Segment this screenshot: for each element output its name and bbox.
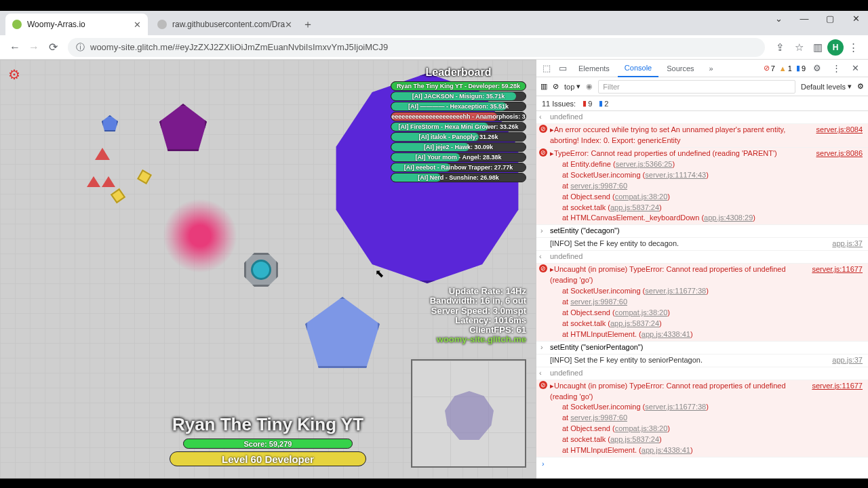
- leaderboard: Leaderboard Ryan The Tiny King YT - Deve…: [391, 66, 526, 183]
- sidebar-toggle-icon[interactable]: ▥: [540, 82, 547, 91]
- bookmark-icon[interactable]: ☆: [789, 38, 808, 57]
- inspect-icon[interactable]: ⬚: [539, 61, 554, 76]
- profile-avatar[interactable]: H: [827, 39, 844, 56]
- issues-label: 11 Issues:: [542, 100, 576, 108]
- favicon-icon: [157, 20, 167, 29]
- triangle-shape: [95, 148, 110, 160]
- address-bar[interactable]: ⓘ woomy-site.glitch.me/#eyJzZXJ2ZXIiOiJm…: [68, 38, 765, 57]
- forward-button[interactable]: →: [24, 38, 43, 57]
- reload-button[interactable]: ⟳: [43, 38, 62, 57]
- server-stats: Update Rate: 14Hz Bandwidth: 16 in, 6 ou…: [430, 287, 526, 345]
- server-url: woomy-site.glitch.me: [430, 335, 526, 344]
- log-levels-selector[interactable]: Default levels▾: [801, 82, 852, 91]
- maximize-button[interactable]: ▢: [822, 14, 838, 24]
- devtools-tabs: ⬚ ▭ Elements Console Sources » ⊘7 ▲1 ▮9 …: [536, 60, 868, 77]
- settings-gear-icon[interactable]: ⚙: [8, 66, 20, 83]
- console-log: ‹ undefined: [536, 367, 868, 380]
- devtools-settings-icon[interactable]: ⚙: [810, 61, 825, 76]
- leaderboard-row: [AI] JACKSON - Misigun: 35.71k: [391, 92, 526, 101]
- source-link[interactable]: server.js:11677:38: [645, 403, 706, 411]
- source-link[interactable]: app.js:5837:24: [610, 319, 659, 327]
- source-link[interactable]: server.js:9987:60: [570, 182, 627, 190]
- log-message: setEntity ("decagon"): [550, 226, 620, 235]
- source-link[interactable]: server.js:8086: [816, 148, 863, 159]
- stack-frame: at HTMLInputElement. (app.js:4338:41): [550, 445, 863, 456]
- console-log: app.js:37[INFO] Set the F key entity to …: [536, 238, 868, 251]
- warning-count[interactable]: ▲1: [779, 64, 792, 73]
- browser-window: Woomy-Arras.io ✕ raw.githubusercontent.c…: [0, 0, 868, 488]
- side-panel-icon[interactable]: ▥: [808, 38, 827, 57]
- source-link[interactable]: compat.js:38:20: [615, 424, 668, 432]
- source-link[interactable]: server.js:11677:38: [645, 287, 706, 295]
- kebab-menu-icon[interactable]: ⋮: [844, 38, 863, 57]
- clear-console-icon[interactable]: ⊘: [553, 82, 559, 91]
- source-link[interactable]: server.js:11677: [812, 381, 863, 392]
- triangle-shape: [102, 176, 115, 187]
- console-prompt[interactable]: ›: [536, 458, 868, 471]
- stack-frame: at socket.talk (app.js:5837:24): [550, 203, 863, 214]
- source-link[interactable]: app.js:4338:41: [642, 446, 690, 454]
- source-link[interactable]: server.js:9987:60: [570, 298, 627, 306]
- source-link[interactable]: app.js:4338:41: [642, 330, 690, 338]
- minimap[interactable]: [411, 359, 526, 468]
- share-icon[interactable]: ⇪: [770, 38, 789, 57]
- source-link[interactable]: compat.js:38:20: [615, 192, 668, 201]
- device-icon[interactable]: ▭: [555, 61, 570, 76]
- context-selector[interactable]: top▾: [564, 82, 580, 91]
- source-link[interactable]: server.js:8084: [816, 125, 863, 136]
- source-link[interactable]: server.js:9987:60: [570, 413, 627, 422]
- close-window-button[interactable]: ✕: [848, 14, 864, 24]
- console-log: setEntity ("decagon"): [536, 225, 868, 238]
- tab-background[interactable]: raw.githubusercontent.com/Dra ✕: [151, 14, 293, 35]
- info-count[interactable]: ▮9: [796, 64, 806, 73]
- stack-frame: at socket.talk (app.js:5837:24): [550, 434, 863, 445]
- leaderboard-text: [AI] ———— - Hexaception: 35.51k: [391, 102, 526, 110]
- stack-frame: at Object.send (compat.js:38:20): [550, 424, 863, 434]
- source-link[interactable]: app.js:5837:24: [610, 435, 659, 443]
- tab-sources[interactable]: Sources: [660, 60, 701, 77]
- console-output[interactable]: ‹ undefinedserver.js:8084▸An error occur…: [536, 111, 868, 479]
- devtools-close-icon[interactable]: ✕: [848, 61, 863, 76]
- minimize-button[interactable]: —: [796, 14, 812, 24]
- tab-more[interactable]: »: [703, 60, 720, 77]
- tab-title: Woomy-Arras.io: [27, 20, 85, 29]
- devtools-panel: ⬚ ▭ Elements Console Sources » ⊘7 ▲1 ▮9 …: [536, 60, 868, 479]
- leaderboard-row: Ryan The Tiny King YT - Developer: 59.28…: [391, 81, 526, 91]
- console-settings-icon[interactable]: ⚙: [857, 82, 864, 91]
- player-name: Ryan The Tiny King YT: [170, 414, 366, 435]
- tab-search-icon[interactable]: ⌄: [770, 14, 787, 24]
- source-link[interactable]: app.js:37: [832, 239, 863, 249]
- error-count[interactable]: ⊘7: [764, 64, 775, 73]
- tab-console[interactable]: Console: [618, 60, 658, 77]
- source-link[interactable]: app.js:5837:24: [610, 203, 659, 211]
- source-link[interactable]: app.js:37: [832, 355, 863, 366]
- live-expr-icon[interactable]: ◉: [586, 82, 593, 91]
- console-log: server.js:8086▸TypeError: Cannot read pr…: [536, 148, 868, 226]
- leaderboard-title: Leaderboard: [391, 66, 526, 79]
- back-button[interactable]: ←: [5, 38, 24, 57]
- source-link[interactable]: compat.js:38:20: [615, 308, 668, 317]
- issues-bar[interactable]: 11 Issues: ▮ 9 ▮ 2: [536, 96, 868, 111]
- tab-elements[interactable]: Elements: [572, 60, 616, 77]
- game-canvas[interactable]: ⚙ ⬉ Leaderboard Ryan The Tiny King YT - …: [0, 60, 536, 479]
- stack-frame: at Entity.define (server.js:5366:25): [550, 159, 863, 170]
- source-link[interactable]: server.js:11677: [812, 264, 863, 275]
- tab-close-icon[interactable]: ✕: [134, 20, 141, 30]
- console-filter-input[interactable]: Filter: [598, 80, 795, 94]
- leaderboard-text: [AI] jeje2 - Hawk: 30.09k: [391, 143, 526, 151]
- tab-close-icon[interactable]: ✕: [285, 20, 292, 30]
- content-area: ⚙ ⬉ Leaderboard Ryan The Tiny King YT - …: [0, 60, 868, 479]
- log-message: undefined: [550, 113, 583, 121]
- tab-active[interactable]: Woomy-Arras.io ✕: [5, 14, 148, 35]
- leaderboard-row: [AI] eeeeeeeeeeeeeeeeeeeeehh - Anamorpho…: [391, 112, 526, 121]
- pentagon-shape: [159, 104, 207, 151]
- source-link[interactable]: server.js:11174:43: [645, 171, 706, 179]
- devtools-menu-icon[interactable]: ⋮: [829, 61, 844, 76]
- source-link[interactable]: server.js:5366:25: [616, 160, 673, 168]
- new-tab-button[interactable]: ＋: [300, 16, 316, 33]
- stack-frame: at server.js:9987:60: [550, 413, 863, 424]
- source-link[interactable]: app.js:4308:29: [704, 214, 753, 222]
- log-message: undefined: [550, 252, 583, 260]
- minimap-blob: [445, 391, 494, 440]
- leaderboard-row: [AI] Nerd - Sunshine: 26.98k: [391, 173, 526, 182]
